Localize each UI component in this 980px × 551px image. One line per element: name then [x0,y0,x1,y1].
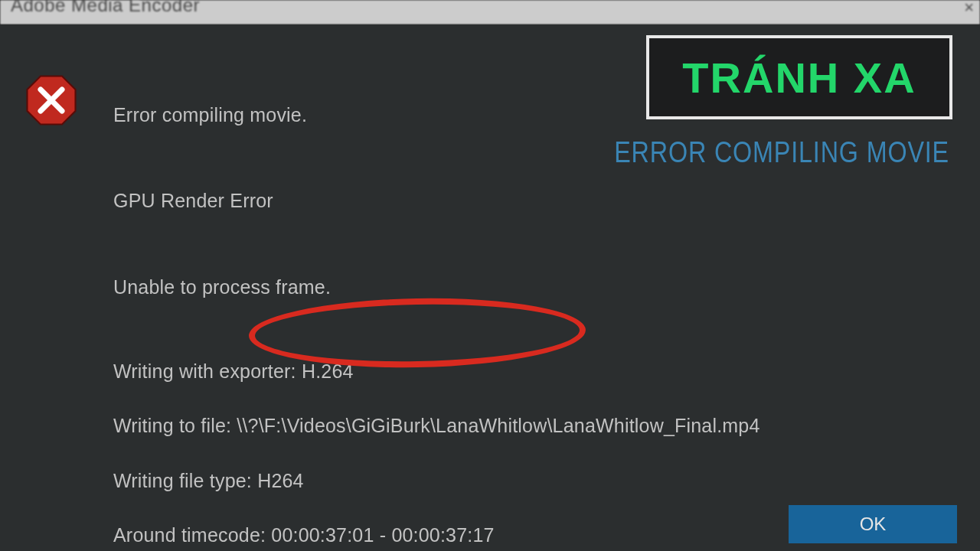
error-line-processframe: Unable to process frame. [113,276,331,298]
error-line-subheading: GPU Render Error [113,190,273,211]
overlay-headline-box: TRÁNH XA [646,35,952,119]
close-icon[interactable]: × [964,0,974,18]
error-line-heading: Error compiling movie. [113,104,307,126]
error-filetype: Writing file type: H264 [113,468,949,494]
error-icon [24,73,78,127]
error-exporter: Writing with exporter: H.264 [113,359,949,385]
viewport: Adobe Media Encoder × Error compiling mo… [0,0,980,551]
error-file: Writing to file: \\?\F:\Videos\GiGiBurk\… [113,413,949,439]
ok-button[interactable]: OK [789,505,957,543]
titlebar: Adobe Media Encoder × [0,0,980,24]
window-title: Adobe Media Encoder [11,0,200,16]
overlay-subline: ERROR COMPILING MOVIE [611,136,949,169]
overlay-headline: TRÁNH XA [682,53,916,103]
